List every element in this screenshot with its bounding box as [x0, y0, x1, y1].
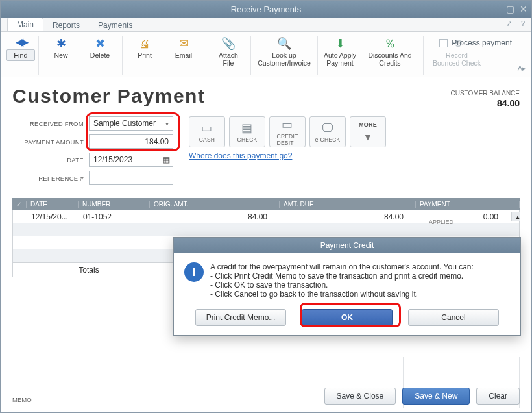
window-title: Receive Payments: [231, 5, 301, 14]
tab-payments[interactable]: Payments: [89, 19, 141, 31]
minimize-icon[interactable]: —: [492, 4, 501, 14]
print-credit-memo-button[interactable]: Print Credit Memo...: [195, 309, 286, 326]
col-amt-due: AMT. DUE: [280, 201, 416, 208]
dialog-title: Payment Credit: [174, 238, 520, 253]
dialog-text-line1: A credit for the overpayment will remain…: [210, 262, 510, 271]
lookup-customer-button[interactable]: 🔍Look up Customer/Invoice: [255, 34, 313, 67]
date-label: DATE: [12, 156, 89, 164]
calendar-icon[interactable]: ▦: [163, 155, 170, 164]
chevron-down-icon: ▾: [165, 120, 169, 127]
col-payment: PAYMENT: [416, 201, 520, 208]
tab-main[interactable]: Main: [7, 18, 43, 31]
titlebar: Receive Payments — ▢ ✕: [1, 1, 531, 18]
col-number: NUMBER: [79, 201, 150, 208]
reference-input[interactable]: [89, 171, 173, 185]
row-number: 01-1052: [79, 212, 151, 221]
customer-balance-label: CUSTOMER BALANCE: [450, 90, 520, 97]
process-payment-label: Process payment: [452, 38, 512, 47]
row-due: 84.00: [280, 212, 417, 221]
tab-reports[interactable]: Reports: [43, 19, 89, 31]
save-close-button[interactable]: Save & Close: [324, 388, 396, 405]
info-icon: i: [184, 262, 204, 282]
expand-icon[interactable]: ⤢: [506, 19, 512, 28]
paytype-check[interactable]: ▤CHECK: [229, 116, 265, 147]
print-button[interactable]: 🖨Print: [127, 34, 163, 59]
close-icon[interactable]: ✕: [520, 4, 527, 14]
dialog-text-bullet1: - Click Print Credit Memo to save the tr…: [210, 271, 510, 281]
save-new-button[interactable]: Save & New: [402, 388, 470, 405]
reference-label: REFERENCE #: [12, 175, 89, 182]
dialog-text-bullet3: - Click Cancel to go back to the transac…: [210, 290, 510, 299]
ok-button[interactable]: OK: [302, 309, 393, 326]
memo-label: MEMO: [12, 396, 32, 403]
where-payment-goes-link[interactable]: Where does this payment go?: [189, 151, 292, 160]
check-icon: ▤: [241, 121, 252, 135]
row-date: 12/15/20...: [27, 212, 79, 221]
page-title: Customer Payment: [12, 85, 205, 107]
col-date: DATE: [27, 201, 79, 208]
discounts-credits-button[interactable]: ％Discounts And Credits: [361, 34, 419, 67]
nav-back-icon[interactable]: ◀: [16, 36, 21, 47]
nav-fwd-icon[interactable]: ▶: [21, 36, 26, 47]
applied-label: APPLIED: [429, 219, 453, 225]
attach-file-button[interactable]: 📎Attach File: [210, 34, 247, 67]
clear-button[interactable]: Clear: [476, 388, 520, 405]
paytype-more[interactable]: MORE▼: [350, 116, 386, 147]
received-from-select[interactable]: Sample Customer▾: [89, 116, 173, 131]
process-payment-checkbox[interactable]: [439, 39, 448, 47]
cash-icon: ▭: [201, 121, 212, 135]
payment-amount-label: PAYMENT AMOUNT: [12, 138, 89, 145]
col-check: ✓: [12, 201, 27, 208]
invoice-grid-header: ✓ DATE NUMBER ORIG. AMT. AMT. DUE PAYMEN…: [12, 198, 520, 210]
date-input[interactable]: 12/15/2023▦: [89, 153, 173, 167]
paytype-credit[interactable]: ▭CREDIT DEBIT: [269, 116, 306, 147]
customer-balance-value: 84.00: [450, 98, 520, 108]
help-icon[interactable]: ?: [521, 19, 525, 28]
table-row[interactable]: [13, 223, 519, 236]
col-orig-amt: ORIG. AMT.: [150, 201, 280, 208]
credit-card-icon: ▭: [282, 118, 293, 132]
delete-button[interactable]: ✖Delete: [82, 34, 118, 59]
payment-amount-input[interactable]: 184.00: [89, 134, 173, 149]
echeck-icon: 🖵: [322, 121, 333, 135]
scrollbar-icon[interactable]: ▴: [511, 212, 520, 221]
paytype-cash[interactable]: ▭CASH: [189, 116, 225, 147]
totals-label: Totals: [27, 266, 151, 275]
tabs-bar: Main Reports Payments ⤢ ?: [1, 18, 531, 32]
ribbon: ◀ ▶ Find ✱New ✖Delete 🖨Print ✉Email 📎Att…: [1, 32, 531, 77]
find-button[interactable]: Find: [6, 49, 34, 61]
paytype-echeck[interactable]: 🖵e-CHECK: [309, 116, 346, 147]
auto-apply-button[interactable]: ⬇Auto Apply Payment: [322, 34, 358, 67]
received-from-label: RECEIVED FROM: [12, 120, 89, 127]
new-button[interactable]: ✱New: [43, 34, 79, 59]
dialog-text-bullet2: - Click OK to save the transaction.: [210, 281, 510, 290]
row-orig: 84.00: [151, 212, 280, 221]
maximize-icon[interactable]: ▢: [506, 4, 514, 14]
cancel-button[interactable]: Cancel: [408, 309, 499, 326]
email-button[interactable]: ✉Email: [165, 34, 202, 59]
payment-credit-dialog: Payment Credit i A credit for the overpa…: [173, 237, 521, 336]
ribbon-more-icon[interactable]: A▸: [518, 64, 526, 73]
chevron-down-icon: ▼: [363, 132, 372, 142]
